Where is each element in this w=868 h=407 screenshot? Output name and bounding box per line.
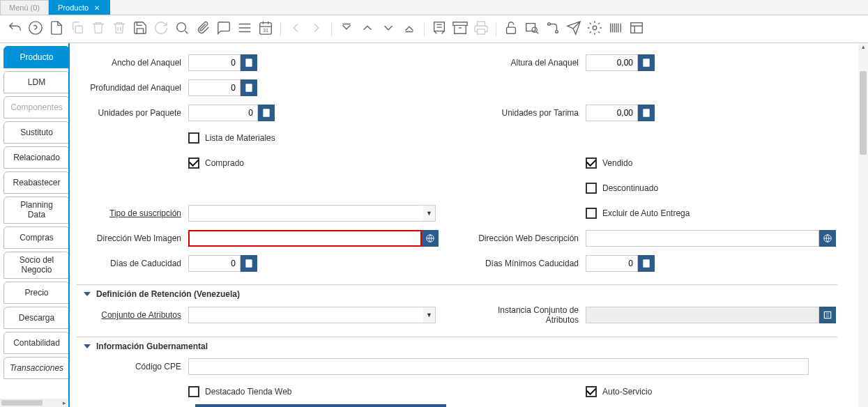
checkbox-comprado[interactable]	[188, 158, 199, 169]
sidebar-item-contabilidad[interactable]: Contabilidad	[3, 332, 70, 354]
checkbox-excluir-auto[interactable]	[586, 208, 597, 219]
new-icon[interactable]	[49, 20, 64, 38]
calc-button[interactable]	[241, 54, 257, 71]
svg-rect-22	[644, 59, 649, 61]
sidebar-item-relacionado[interactable]: Relacionado	[3, 146, 70, 169]
chat-icon[interactable]	[216, 20, 231, 38]
search-icon[interactable]	[174, 20, 190, 38]
sidebar-item-precio[interactable]: Precio	[3, 282, 70, 304]
tab-producto[interactable]: Producto ✕	[49, 0, 110, 15]
chevron-down-icon[interactable]: ▼	[423, 205, 436, 222]
svg-point-19	[248, 64, 249, 65]
last-icon[interactable]	[402, 20, 417, 38]
checkbox-descontinuado[interactable]	[586, 183, 597, 194]
svg-point-2	[177, 23, 186, 32]
chevron-down-icon[interactable]: ▼	[423, 307, 436, 323]
section-gobierno[interactable]: Información Gubernamental	[77, 337, 837, 351]
calc-button[interactable]	[638, 54, 655, 71]
first-icon[interactable]	[339, 20, 354, 38]
label-dias-caducidad: Días de Caducidad	[77, 259, 188, 268]
sidebar-item-reabastecer[interactable]: Reabastecer	[3, 171, 70, 194]
checkbox-auto-servicio[interactable]	[586, 386, 597, 397]
input-dir-web-desc[interactable]	[586, 230, 819, 247]
window-icon[interactable]	[629, 20, 644, 38]
calc-button[interactable]	[241, 255, 257, 272]
sidebar-item-producto[interactable]: Producto	[3, 46, 70, 68]
label-unid-tarima: Unidades por Tarima	[474, 108, 586, 118]
close-icon[interactable]: ✕	[93, 3, 101, 12]
calc-button[interactable]	[258, 105, 275, 121]
input-dias-min-caducidad[interactable]	[586, 255, 638, 272]
checkbox-lista-materiales[interactable]	[188, 132, 199, 144]
gear-icon[interactable]	[587, 20, 602, 38]
lock-icon[interactable]	[503, 20, 519, 38]
down-icon[interactable]	[381, 20, 396, 38]
workflow-icon[interactable]	[545, 20, 561, 38]
label-vendido: Vendido	[602, 158, 632, 168]
web-icon-button[interactable]	[819, 230, 836, 247]
main-area: Producto LDM Componentes Sustituto Relac…	[0, 43, 868, 407]
vertical-scrollbar[interactable]: ▴	[858, 43, 868, 407]
send-icon[interactable]	[566, 20, 581, 38]
list-icon[interactable]	[237, 20, 252, 38]
collapse-icon	[84, 292, 91, 296]
collapse-icon	[84, 344, 91, 348]
zoom-icon[interactable]	[524, 20, 540, 38]
input-altura-anaquel[interactable]	[586, 54, 638, 71]
sidebar-hscroll[interactable]: ▸	[0, 399, 68, 407]
input-inst-conjunto[interactable]	[586, 307, 819, 323]
svg-point-8	[532, 27, 537, 32]
tab-menu[interactable]: Menú (0)	[0, 0, 49, 15]
label-unid-paquete: Unidades por Paquete	[77, 108, 188, 118]
sidebar-item-sustituto[interactable]: Sustituto	[3, 121, 70, 144]
attach-icon[interactable]	[195, 20, 211, 38]
calc-button[interactable]	[638, 255, 655, 272]
copy-product-button[interactable]: Copiar desde otro Producto	[195, 404, 446, 407]
sidebar-item-descarga[interactable]: Descarga	[3, 307, 70, 329]
attr-button[interactable]	[819, 307, 836, 323]
barcode-icon[interactable]	[608, 20, 623, 38]
delete-icon	[91, 20, 106, 38]
svg-point-18	[247, 64, 248, 65]
calc-button[interactable]	[638, 105, 655, 121]
help-icon[interactable]	[28, 20, 43, 38]
label-ancho-anaquel: Ancho del Anaquel	[77, 58, 188, 68]
input-unid-paquete[interactable]	[188, 105, 258, 121]
sidebar-item-componentes[interactable]: Componentes	[3, 96, 70, 118]
sidebar-item-ldm[interactable]: LDM	[3, 71, 70, 93]
save-icon[interactable]	[132, 20, 148, 38]
label-excluir-auto: Excluir de Auto Entrega	[602, 208, 690, 218]
input-dir-web-img[interactable]	[188, 230, 422, 247]
up-icon[interactable]	[360, 20, 375, 38]
svg-rect-34	[644, 260, 649, 261]
section-retencion[interactable]: Definición de Retención (Venezuela)	[77, 284, 837, 299]
input-prof-anaquel[interactable]	[188, 79, 241, 96]
sidebar-item-socio[interactable]: Socio delNegocio	[3, 252, 70, 279]
input-codigo-cpe[interactable]	[188, 358, 809, 375]
sidebar-item-planning[interactable]: PlanningData	[3, 197, 70, 224]
label-inst-conjunto: Instancia Conjunto de Atributos	[474, 305, 586, 325]
checkbox-vendido[interactable]	[586, 158, 597, 169]
sidebar-item-transacciones[interactable]: Transacciones	[3, 357, 70, 379]
input-unid-tarima[interactable]	[586, 105, 638, 121]
web-icon-button[interactable]	[422, 230, 439, 247]
select-conjunto-atributos[interactable]	[188, 307, 436, 323]
svg-point-20	[250, 64, 251, 65]
toolbar: 31	[0, 15, 868, 43]
calendar-icon[interactable]: 31	[258, 20, 273, 38]
label-destacado-tienda: Destacado Tienda Web	[205, 387, 292, 397]
svg-rect-5	[434, 22, 445, 31]
svg-rect-28	[644, 109, 649, 111]
input-ancho-anaquel[interactable]	[188, 54, 241, 71]
label-auto-servicio: Auto-Servicio	[602, 387, 652, 397]
checkbox-destacado-tienda[interactable]	[188, 386, 199, 397]
label-tipo-suscripcion: Tipo de suscripción	[77, 208, 188, 218]
calc-button[interactable]	[241, 79, 257, 96]
input-dias-caducidad[interactable]	[188, 255, 241, 272]
archive-icon[interactable]	[452, 20, 468, 38]
report-icon[interactable]	[432, 20, 447, 38]
label-lista-materiales: Lista de Materiales	[205, 133, 275, 143]
select-tipo-suscripcion[interactable]	[188, 205, 436, 222]
sidebar-item-compras[interactable]: Compras	[3, 226, 70, 249]
undo-icon[interactable]	[7, 20, 22, 38]
